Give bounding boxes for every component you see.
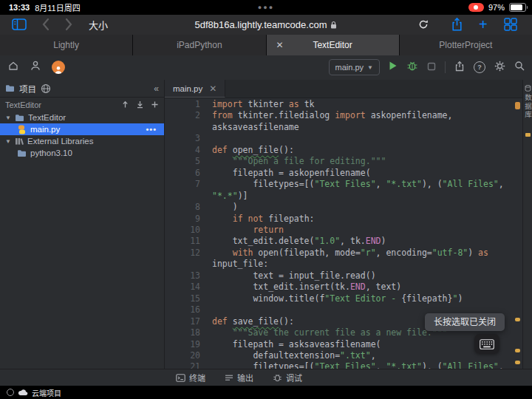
code-row: 19 filepath = asksaveasfilename( bbox=[165, 339, 514, 350]
browser-toolbar: 大小 5df8b16a.lightly.teamcode.com + bbox=[0, 15, 532, 35]
add-icon[interactable] bbox=[151, 100, 159, 109]
code-row: 15 window.title(f"Text Editor - {filepat… bbox=[165, 293, 514, 304]
tree-item-mainpy[interactable]: main.py ••• bbox=[0, 123, 164, 135]
file-tree: ▼ TextEditor main.py ••• ▼ External Libr… bbox=[0, 112, 164, 159]
share-project-button[interactable] bbox=[454, 61, 465, 75]
browser-tab-ipadpython[interactable]: iPadPython bbox=[133, 35, 266, 55]
editor-tab-mainpy[interactable]: main.py ✕ bbox=[165, 80, 225, 98]
cloud-project-label[interactable]: 云端项目 bbox=[32, 387, 61, 398]
editor-scrollbar[interactable] bbox=[514, 98, 522, 369]
browser-tab-bar: Lightly iPadPython ✕ TextEditor PlotterP… bbox=[0, 35, 532, 55]
tab-close-icon[interactable]: ✕ bbox=[209, 83, 216, 94]
multitask-handle-icon: ●●● bbox=[258, 4, 274, 11]
chevron-down-icon[interactable]: ▼ bbox=[5, 138, 11, 145]
browser-tab-texteditor[interactable]: ✕ TextEditor bbox=[267, 35, 400, 55]
warning-stripe-mark bbox=[515, 121, 520, 125]
output-icon bbox=[225, 374, 233, 382]
project-panel-header: TextEditor bbox=[0, 98, 164, 112]
terminal-icon bbox=[176, 374, 185, 382]
folder-icon bbox=[15, 114, 24, 122]
tool-tab-project[interactable]: 项目 bbox=[19, 83, 36, 95]
project-panel: 项目 « TextEditor ▼ bbox=[0, 80, 165, 369]
upload-icon[interactable] bbox=[121, 100, 129, 109]
tab-overview-button[interactable] bbox=[504, 15, 517, 34]
code-row: "*.*")] bbox=[165, 191, 514, 202]
panel-title: TextEditor bbox=[5, 100, 41, 109]
stop-button[interactable] bbox=[427, 61, 436, 74]
reload-button[interactable] bbox=[418, 15, 429, 34]
tree-item-external-libraries[interactable]: ▼ External Libraries bbox=[0, 135, 164, 147]
code-row: 12 with open(filepath, mode="r", encodin… bbox=[165, 248, 514, 259]
lock-icon bbox=[330, 21, 337, 29]
run-button[interactable] bbox=[389, 61, 398, 74]
screen: 13:33 8月11日周四 ●●● 97% 大小 5df8b16a.lightl… bbox=[0, 0, 532, 399]
battery-percent: 97% bbox=[488, 3, 505, 12]
bug-icon bbox=[273, 373, 282, 382]
run-config-select[interactable]: main.py ▼ bbox=[329, 59, 380, 75]
debug-tab[interactable]: 调试 bbox=[273, 372, 302, 383]
workspace: 项目 « TextEditor ▼ bbox=[0, 80, 532, 369]
editor: main.py ✕ 1import tkinter as tk2from tki… bbox=[165, 80, 522, 369]
home-button[interactable] bbox=[7, 60, 19, 75]
tab-close-icon[interactable]: ✕ bbox=[276, 40, 284, 50]
status-dot-icon bbox=[7, 389, 14, 396]
date: 8月11日周四 bbox=[35, 1, 81, 13]
collaborate-button[interactable] bbox=[30, 60, 41, 75]
database-icon bbox=[525, 85, 531, 92]
warning-stripe-mark bbox=[515, 349, 520, 352]
python-file-icon bbox=[17, 125, 27, 134]
folder-icon bbox=[17, 149, 27, 157]
browser-tab-plotterproject[interactable]: PlotterProject bbox=[400, 35, 532, 55]
avatar[interactable] bbox=[52, 61, 65, 74]
keyboard-toggle-button[interactable] bbox=[474, 334, 499, 354]
right-tool-tab-database[interactable]: 数据库 bbox=[523, 85, 532, 120]
ide-window: main.py ▼ ? bbox=[0, 55, 532, 386]
url-text: 5df8b16a.lightly.teamcode.com bbox=[195, 19, 327, 30]
output-tab[interactable]: 输出 bbox=[225, 372, 253, 383]
share-button[interactable] bbox=[451, 15, 463, 34]
tree-item-python310[interactable]: python3.10 bbox=[0, 147, 164, 159]
ide-bottom-bar: 终端 输出 调试 bbox=[0, 369, 532, 386]
warning-stripe-mark bbox=[515, 318, 520, 321]
download-icon[interactable] bbox=[136, 100, 144, 109]
editor-tab-bar: main.py ✕ bbox=[165, 80, 522, 98]
terminal-tab[interactable]: 终端 bbox=[176, 372, 205, 383]
search-button[interactable] bbox=[514, 61, 525, 74]
new-tab-button[interactable]: + bbox=[479, 15, 488, 34]
code-row: 20 defaultextension=".txt", bbox=[165, 350, 514, 361]
ide-toolbar: main.py ▼ ? bbox=[0, 55, 532, 81]
code-row: 9 if not filepath: bbox=[165, 214, 514, 225]
code-row: 10 return bbox=[165, 225, 514, 236]
warning-stripe-mark bbox=[525, 133, 531, 137]
battery-icon bbox=[509, 3, 526, 12]
debug-button[interactable] bbox=[406, 61, 418, 74]
clock: 13:33 bbox=[9, 3, 30, 12]
more-options-icon[interactable]: ••• bbox=[146, 125, 164, 134]
tree-item-texteditor[interactable]: ▼ TextEditor bbox=[0, 112, 164, 123]
help-button[interactable]: ? bbox=[474, 61, 485, 73]
browser-tab-lightly[interactable]: Lightly bbox=[0, 35, 133, 55]
globe-icon[interactable] bbox=[41, 83, 51, 94]
code-row: 8 ) bbox=[165, 202, 514, 213]
warning-stripe-mark bbox=[515, 102, 520, 109]
code-row: 2from tkinter.filedialog import askopenf… bbox=[165, 110, 514, 121]
selection-toast: 长按选取已关闭 bbox=[425, 313, 505, 331]
chevron-down-icon: ▼ bbox=[367, 64, 373, 71]
code-row: 7 filetypes=[("Text Files", "*.txt"), ("… bbox=[165, 179, 514, 190]
bottom-app-strip: 云端项目 bbox=[0, 386, 532, 399]
folder-icon bbox=[5, 84, 15, 92]
cloud-icon bbox=[18, 389, 28, 396]
code-row: asksaveasfilename bbox=[165, 122, 514, 133]
collapse-panel-icon[interactable]: « bbox=[154, 83, 159, 94]
code-row: 11 txt_edit.delete("1.0", tk.END) bbox=[165, 236, 514, 247]
right-tool-strip: 数据库 bbox=[522, 80, 532, 369]
settings-button[interactable] bbox=[494, 61, 505, 75]
code-row: 3 bbox=[165, 133, 514, 144]
chevron-down-icon[interactable]: ▼ bbox=[5, 115, 11, 121]
code-row: 5 """Open a file for editing.""" bbox=[165, 156, 514, 167]
code-row: 13 text = input_file.read() bbox=[165, 270, 514, 282]
screen-recording-icon[interactable] bbox=[468, 3, 484, 12]
code-row: 6 filepath = askopenfilename( bbox=[165, 168, 514, 179]
code-row: input_file: bbox=[165, 259, 514, 270]
code-row: 14 txt_edit.insert(tk.END, text) bbox=[165, 282, 514, 293]
